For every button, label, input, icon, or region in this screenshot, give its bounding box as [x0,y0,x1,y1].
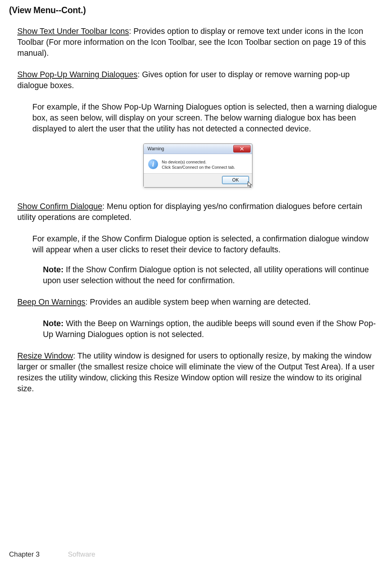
ok-button[interactable]: OK [222,176,249,184]
section-heading: (View Menu--Cont.) [9,5,378,15]
warning-dialog: Warning i No device(s) connected. Click … [143,143,252,188]
note-text: If the Show Confirm Dialogue option is n… [43,265,369,285]
note-text: With the Beep on Warnings option, the au… [43,319,376,339]
note-label: Note: [43,265,64,274]
dialog-footer: OK [144,173,252,187]
document-page: (View Menu--Cont.) Show Text Under Toolb… [0,0,392,563]
dialog-line2: Click Scan/Connect on the Connect tab. [162,165,235,170]
footer-chapter: Chapter 3 [9,550,40,558]
entry-title: Beep On Warnings [17,298,85,307]
dialog-body: i No device(s) connected. Click Scan/Con… [144,154,252,173]
entry-title: Show Pop-Up Warning Dialogues [17,70,137,79]
entry-title: Show Text Under Toolbar Icons [17,27,129,36]
footer-section: Software [68,550,95,558]
dialog-message: No device(s) connected. Click Scan/Conne… [162,159,235,170]
beep-note: Note: With the Beep on Warnings option, … [43,318,378,340]
dialog-titlebar: Warning [144,144,252,154]
page-footer: Chapter 3 Software [9,550,95,558]
entry-show-popup: Show Pop-Up Warning Dialogues: Gives opt… [17,69,378,91]
close-icon[interactable] [233,145,251,153]
entry-title: Resize Window [17,351,73,360]
show-confirm-example: For example, if the Show Confirm Dialogu… [32,233,378,255]
note-label: Note: [43,319,64,328]
entry-show-text-under-icons: Show Text Under Toolbar Icons: Provides … [17,26,378,59]
entry-beep: Beep On Warnings: Provides an audible sy… [17,297,378,308]
entry-show-confirm: Show Confirm Dialogue: Menu option for d… [17,201,378,223]
info-icon: i [148,159,158,169]
dialog-line1: No device(s) connected. [162,159,235,165]
dialog-screenshot: Warning i No device(s) connected. Click … [17,143,378,188]
content-body: Show Text Under Toolbar Icons: Provides … [17,26,378,394]
entry-title: Show Confirm Dialogue [17,202,102,211]
entry-desc: : Provides an audible system beep when w… [85,298,311,307]
dialog-title: Warning [147,146,164,151]
entry-resize: Resize Window: The utility window is des… [17,351,378,394]
show-popup-example: For example, if the Show Pop-Up Warning … [32,102,378,134]
show-confirm-note: Note: If the Show Confirm Dialogue optio… [43,264,378,286]
